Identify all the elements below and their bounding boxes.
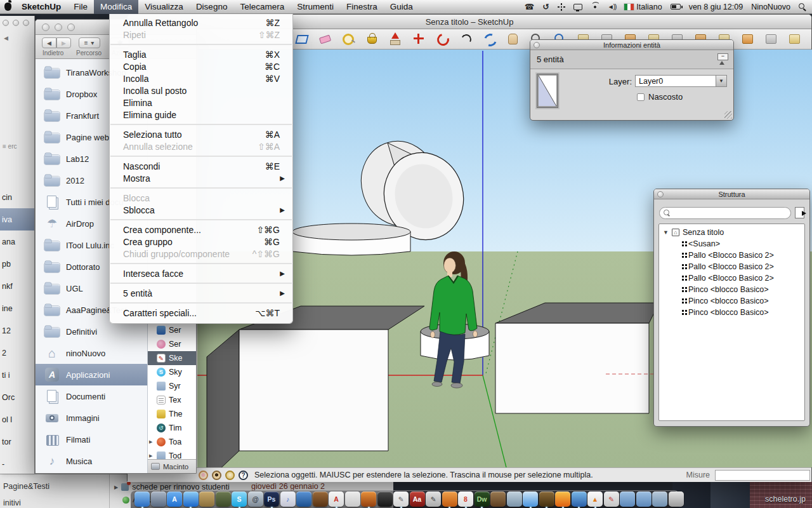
notes-dock-icon[interactable] [442, 491, 457, 507]
acrobat-dock-icon[interactable]: A [329, 491, 344, 507]
display-dock-icon[interactable] [151, 491, 166, 507]
measurements-input[interactable] [715, 470, 810, 481]
beast-dock-icon[interactable] [539, 491, 554, 507]
pan-tool[interactable] [505, 31, 520, 46]
details-button[interactable] [795, 207, 804, 218]
outliner-item[interactable]: Pinco <blocco Basico> [659, 284, 804, 295]
window-traffic-lights[interactable] [3, 20, 29, 26]
dashed-circle-dock-icon[interactable] [345, 491, 360, 507]
menubar-item[interactable]: Visualizza [138, 0, 190, 14]
eraser-tool[interactable] [317, 31, 332, 46]
menubar-item[interactable]: Modifica [94, 0, 138, 14]
menu-item[interactable]: Caratteri speciali... ⌥⌘T [110, 307, 292, 319]
sliver-list-item[interactable]: tor [0, 431, 34, 453]
menubar-item[interactable]: SketchUp [15, 0, 67, 14]
menu-item[interactable] [110, 219, 292, 220]
model-box-right[interactable] [495, 303, 659, 413]
iphoto-dock-icon[interactable] [361, 491, 376, 507]
menu-item[interactable]: Mostra ▶ [110, 172, 292, 184]
sliver-list-item[interactable]: iva [0, 208, 34, 231]
itunes-dock-icon[interactable]: ♪ [280, 491, 296, 507]
blue-swirl-dock-icon[interactable] [572, 491, 587, 507]
menu-item[interactable]: Incolla sul posto [110, 84, 292, 97]
menubar-item[interactable]: Guida [384, 0, 419, 14]
sidebar-item[interactable]: Documenti [36, 385, 147, 407]
menu-item[interactable]: Copia ⌘C [110, 60, 292, 72]
forward-button[interactable]: ▶ [56, 37, 71, 48]
menu-item[interactable]: 5 entità ▶ [110, 287, 292, 299]
sliver-list-item[interactable]: cin [0, 186, 34, 208]
menu-item[interactable] [110, 187, 292, 189]
textedit-dock-icon[interactable]: ✎ [393, 491, 409, 507]
background-sidebar-label-2[interactable]: initivi [3, 498, 21, 507]
rectangle-tool[interactable] [294, 31, 309, 46]
sliver-list-item[interactable]: Orc [0, 386, 34, 408]
push-pull-tool[interactable] [388, 31, 403, 46]
menubar-item[interactable]: Strumenti [291, 0, 340, 14]
menu-item[interactable] [110, 156, 292, 157]
application-list-item[interactable]: Ser [148, 337, 196, 351]
menu-item[interactable]: Crea componente... ⇧⌘G [110, 224, 292, 236]
desktop-file-label[interactable]: scheletro.jp [765, 495, 806, 504]
outliner-item[interactable]: Pallo <Blocco Basico 2> [659, 250, 804, 261]
appstore-dock-icon[interactable]: A [167, 491, 182, 507]
folder2-dock-icon[interactable] [636, 491, 652, 507]
sliver-list-item[interactable]: ana [0, 231, 34, 253]
sliver-list-item[interactable]: ti i [0, 364, 34, 386]
compass-dock-icon[interactable] [183, 491, 199, 507]
time-machine-icon[interactable]: ↺ [542, 2, 549, 11]
menu-item[interactable]: Sblocca ▶ [110, 204, 292, 216]
follow-me-tool[interactable] [458, 31, 473, 46]
trash-dock-icon[interactable] [669, 491, 684, 507]
menubar-item[interactable]: Finestra [340, 0, 384, 14]
menu-item[interactable]: Crea gruppo ⌘G [110, 236, 292, 248]
garageband-dock-icon[interactable] [313, 491, 328, 507]
menu-item[interactable]: Annulla Rettangolo ⌘Z [110, 17, 292, 29]
geolocation-icon[interactable] [199, 471, 208, 480]
sidebar-item[interactable]: Definitivi [36, 321, 147, 342]
orbit-tool[interactable] [481, 31, 497, 46]
application-list-item[interactable]: Tim [148, 421, 196, 435]
outliner-item[interactable]: Pallo <Blocco Basico 2> [659, 261, 804, 272]
dictionary-dock-icon[interactable]: Aa [410, 491, 425, 507]
sliver-list-item[interactable]: 12 [0, 319, 34, 342]
menu-item[interactable] [110, 124, 292, 125]
menu-item[interactable] [110, 283, 292, 284]
layer-dropdown[interactable]: Layer0 ▼ [635, 75, 727, 87]
ink-pen-dock-icon[interactable]: ✎ [426, 491, 441, 507]
documents-stack-dock-icon[interactable] [652, 491, 667, 507]
sliver-list-item[interactable]: - [0, 453, 34, 475]
menu-item[interactable]: Elimina guide [110, 109, 292, 121]
application-list-item[interactable]: Ser [148, 323, 196, 337]
outliner-item[interactable]: <Susan> [659, 238, 804, 250]
application-list-item[interactable]: Ske [148, 351, 196, 365]
menu-item[interactable]: Seleziona tutto ⌘A [110, 128, 292, 140]
menubar-user[interactable]: NinoNuovo [751, 3, 790, 11]
resize-grip[interactable] [724, 111, 732, 119]
menu-item[interactable]: Elimina [110, 97, 292, 109]
battery-icon[interactable] [671, 4, 681, 10]
credits-icon[interactable] [212, 471, 221, 480]
skype-dock-icon[interactable]: S [232, 491, 247, 507]
sidebar-item[interactable]: Musica [36, 450, 147, 472]
panel-titlebar[interactable]: Informazioni entità [530, 40, 733, 50]
menu-item[interactable]: Nascondi ⌘E [110, 160, 292, 172]
toolbar-tool-22[interactable] [787, 31, 802, 46]
disclosure-triangle-icon[interactable]: ▼ [663, 229, 669, 236]
firefox-dock-icon[interactable] [555, 491, 570, 507]
notebook-dock-icon[interactable] [490, 491, 506, 507]
sidebar-item[interactable]: Immagini [36, 407, 147, 429]
chevron-down-icon[interactable]: ▼ [716, 76, 726, 86]
menu-item[interactable]: Taglia ⌘X [110, 48, 292, 60]
quicktime-dock-icon[interactable] [296, 491, 311, 507]
application-list-item[interactable]: Syr [148, 379, 196, 393]
vlc-dock-icon[interactable]: ▲ [587, 491, 603, 507]
finder-dock-icon[interactable] [134, 491, 150, 507]
paint-bucket-tool[interactable] [364, 31, 379, 46]
red-pencil-dock-icon[interactable]: ✎ [604, 491, 619, 507]
claim-icon[interactable] [225, 471, 235, 480]
sliver-list-item[interactable]: 2 [0, 342, 34, 364]
folder-dock-icon[interactable] [620, 491, 635, 507]
hidden-checkbox[interactable] [637, 93, 645, 101]
tape-measure-tool[interactable] [341, 31, 356, 46]
